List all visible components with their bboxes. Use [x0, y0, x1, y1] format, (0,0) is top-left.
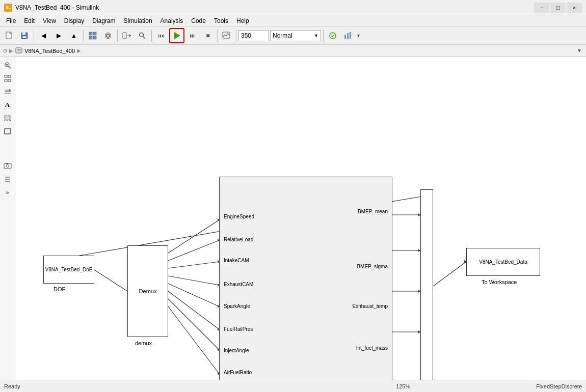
- menu-help[interactable]: Help: [232, 16, 253, 25]
- play-icon: [174, 32, 180, 39]
- settings-button[interactable]: [101, 29, 115, 43]
- status-ready: Ready: [4, 383, 270, 389]
- area-tool[interactable]: [2, 112, 14, 124]
- svg-line-53: [168, 306, 219, 374]
- menu-simulation[interactable]: Simulation: [120, 16, 156, 25]
- sim-time-input[interactable]: [238, 30, 269, 41]
- svg-line-45: [94, 270, 127, 291]
- app-icon: SL: [4, 4, 12, 12]
- svg-marker-35: [9, 89, 11, 91]
- engine-input-4: ExhaustCAM: [224, 282, 253, 287]
- sep6: [236, 30, 236, 42]
- profiler-button[interactable]: [341, 29, 355, 43]
- doe-label: V8NA_TestBed_DoE: [45, 267, 93, 273]
- svg-point-10: [105, 33, 111, 38]
- svg-rect-37: [6, 117, 10, 120]
- expand-tool[interactable]: »: [2, 186, 14, 199]
- diagnostics-button[interactable]: [326, 29, 340, 43]
- engine-block[interactable]: EngineSpeed RelativeLoad IntakeCAM Exhau…: [219, 177, 392, 380]
- svg-rect-7: [89, 36, 92, 39]
- left-toolbox: A »: [0, 57, 15, 380]
- svg-line-48: [168, 262, 219, 268]
- svg-rect-18: [344, 35, 346, 39]
- home-icon[interactable]: ⊙: [3, 48, 7, 53]
- list-tool[interactable]: [2, 173, 14, 185]
- doe-block[interactable]: V8NA_TestBed_DoE: [43, 256, 94, 284]
- svg-rect-28: [5, 75, 7, 77]
- menu-edit[interactable]: Edit: [20, 16, 39, 25]
- engine-input-6: FuelRailPres: [224, 326, 253, 332]
- svg-point-14: [140, 33, 144, 37]
- path-bar: ⊙ ▶ V8NA_TestBed_400 ▶ ▼: [0, 45, 586, 57]
- grid-button[interactable]: [86, 29, 100, 43]
- scope-button[interactable]: [220, 29, 234, 43]
- rect-tool[interactable]: [2, 125, 14, 137]
- engine-output-4: Int_fuel_mass: [356, 345, 388, 351]
- engine-input-8: AirFuelRatio: [224, 370, 252, 375]
- mux-block[interactable]: [420, 189, 433, 380]
- ports-tool[interactable]: [2, 86, 14, 98]
- svg-rect-20: [350, 32, 351, 39]
- demux-label: Demux: [139, 288, 157, 294]
- menu-tools[interactable]: Tools: [210, 16, 232, 25]
- zoom-in-tool[interactable]: [2, 59, 14, 71]
- sep5: [217, 30, 218, 42]
- status-zoom: 125%: [270, 383, 536, 389]
- engine-input-3: IntakeCAM: [224, 258, 249, 263]
- breadcrumb-model-name[interactable]: V8NA_TestBed_400: [24, 48, 75, 54]
- svg-marker-13: [129, 34, 131, 37]
- toolbar: ◀ ▶ ▲ ⏮ ⏭ ■ Normal ▼ ▼: [0, 26, 586, 45]
- sep1: [34, 30, 34, 42]
- workspace-block[interactable]: V8NA_TestBed_Data: [466, 248, 540, 276]
- menu-file[interactable]: File: [2, 16, 20, 25]
- menu-display[interactable]: Display: [60, 16, 88, 25]
- play-button[interactable]: [169, 28, 184, 43]
- breadcrumb-arrow: ▶: [77, 48, 81, 53]
- svg-point-9: [106, 34, 110, 37]
- workspace-sublabel: To Workspace: [482, 279, 517, 285]
- window-title: V8NA_TestBed_400 - Simulink: [15, 4, 531, 11]
- svg-rect-30: [5, 79, 7, 81]
- window-controls: − □ ×: [534, 3, 582, 13]
- maximize-button[interactable]: □: [550, 3, 566, 13]
- profiler-arrow: ▼: [356, 33, 361, 38]
- menu-bar: File Edit View Display Diagram Simulatio…: [0, 15, 586, 26]
- svg-rect-3: [22, 33, 25, 35]
- status-mode: FixedStepDiscrete: [536, 383, 582, 389]
- step-back-button[interactable]: ⏮: [154, 29, 168, 43]
- up-button[interactable]: ▲: [67, 29, 81, 43]
- back-button[interactable]: ◀: [36, 29, 50, 43]
- new-button[interactable]: [2, 29, 16, 43]
- svg-line-46: [168, 220, 219, 253]
- menu-view[interactable]: View: [39, 16, 60, 25]
- save-button[interactable]: [17, 29, 32, 43]
- sim-mode-dropdown[interactable]: Normal ▼: [270, 30, 321, 41]
- menu-code[interactable]: Code: [187, 16, 210, 25]
- engine-output-1: BMEP_mean: [358, 209, 388, 214]
- menu-analysis[interactable]: Analysis: [156, 16, 188, 25]
- sep7: [323, 30, 324, 42]
- zoom-button[interactable]: [135, 29, 149, 43]
- ports-button[interactable]: [120, 29, 134, 43]
- title-bar: SL V8NA_TestBed_400 - Simulink − □ ×: [0, 0, 586, 15]
- minimize-button[interactable]: −: [534, 3, 549, 13]
- breadcrumb-model-icon[interactable]: [15, 47, 22, 54]
- svg-rect-11: [123, 33, 126, 39]
- svg-rect-41: [6, 163, 8, 164]
- text-tool[interactable]: A: [2, 99, 14, 111]
- fit-tool[interactable]: [2, 72, 14, 85]
- svg-line-52: [168, 299, 219, 350]
- forward-button[interactable]: ▶: [51, 29, 66, 43]
- demux-block[interactable]: Demux: [127, 245, 168, 337]
- sep4: [151, 30, 152, 42]
- svg-rect-21: [16, 48, 22, 53]
- svg-line-47: [168, 240, 219, 261]
- menu-diagram[interactable]: Diagram: [88, 16, 119, 25]
- diagram-canvas[interactable]: V8NA_TestBed_DoE DOE Demux demux EngineS…: [15, 57, 586, 380]
- svg-rect-19: [347, 33, 349, 39]
- step-fwd-button[interactable]: ⏭: [185, 29, 200, 43]
- close-button[interactable]: ×: [567, 3, 582, 13]
- sim-mode-label: Normal: [273, 32, 292, 39]
- stop-button[interactable]: ■: [201, 29, 215, 43]
- screenshot-tool[interactable]: [2, 160, 14, 172]
